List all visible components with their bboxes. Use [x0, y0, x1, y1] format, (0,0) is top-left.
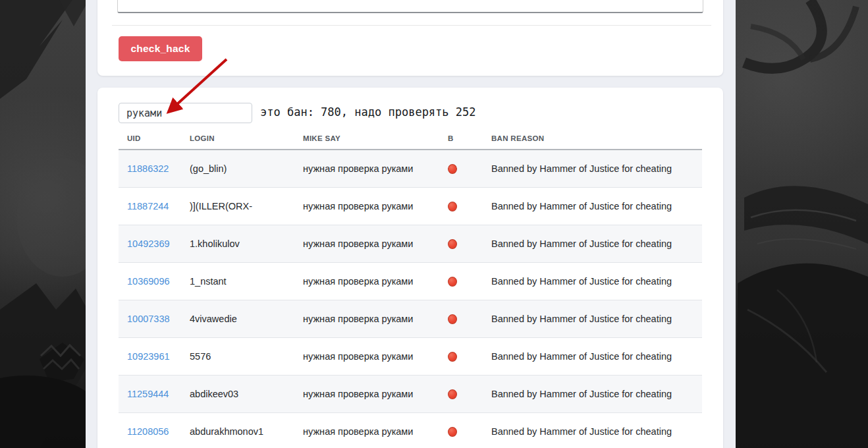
red-circle-icon: [448, 277, 457, 287]
table-row: 11887244 )](ILLER(ORX- нужная проверка р…: [119, 188, 702, 225]
results-panel: это бан: 780, надо проверять 252 UID LOG…: [97, 88, 723, 448]
uid-link[interactable]: 10369096: [127, 276, 170, 287]
table-row: 10369096 1_nstant нужная проверка руками…: [119, 263, 702, 300]
uid-link[interactable]: 11887244: [127, 201, 169, 211]
ban-reason-cell: Banned by Hammer of Justice for cheating: [483, 351, 702, 362]
red-circle-icon: [448, 427, 457, 437]
header-login: LOGIN: [181, 134, 294, 142]
header-ban-reason: BAN REASON: [483, 134, 702, 142]
check-hack-button[interactable]: check_hack: [119, 36, 202, 61]
table-header-row: UID LOGIN MIKE SAY B BAN REASON: [119, 127, 702, 150]
ban-reason-cell: Banned by Hammer of Justice for cheating: [483, 238, 702, 249]
header-b: B: [439, 134, 483, 142]
table-row: 10007338 4vivawedie нужная проверка рука…: [119, 300, 702, 338]
uid-link[interactable]: 11259444: [127, 389, 169, 399]
mike-say-cell: нужная проверка руками: [294, 163, 439, 174]
ban-table-body: 11886322 (go_blin) нужная проверка рукам…: [119, 150, 702, 448]
table-row: 11886322 (go_blin) нужная проверка рукам…: [119, 150, 702, 188]
red-circle-icon: [448, 314, 457, 324]
table-row: 11208056 abdurakhmonov1 нужная проверка …: [119, 413, 702, 448]
table-row: 10923961 5576 нужная проверка руками Ban…: [119, 338, 702, 376]
mike-say-cell: нужная проверка руками: [294, 351, 439, 362]
ban-reason-cell: Banned by Hammer of Justice for cheating: [483, 314, 702, 324]
hack-input-textarea[interactable]: [117, 0, 703, 13]
mike-say-cell: нужная проверка руками: [294, 201, 439, 211]
red-circle-icon: [448, 389, 457, 399]
login-cell: 4vivawedie: [181, 314, 294, 324]
login-cell: 1_nstant: [181, 276, 294, 287]
mike-say-cell: нужная проверка руками: [294, 389, 439, 399]
login-cell: abdurakhmonov1: [181, 426, 294, 437]
table-row: 10492369 1.kholikulov нужная проверка ру…: [119, 225, 702, 263]
uid-link[interactable]: 10923961: [127, 351, 170, 362]
ban-table: UID LOGIN MIKE SAY B BAN REASON 11886322…: [119, 127, 702, 448]
login-cell: 5576: [181, 351, 294, 362]
login-cell: 1.kholikulov: [181, 238, 294, 249]
mike-say-cell: нужная проверка руками: [294, 426, 439, 437]
table-row: 11259444 abdikeev03 нужная проверка рука…: [119, 376, 702, 413]
red-circle-icon: [448, 202, 457, 211]
ban-reason-cell: Banned by Hammer of Justice for cheating: [483, 201, 702, 211]
mike-say-cell: нужная проверка руками: [294, 238, 439, 249]
mike-say-cell: нужная проверка руками: [294, 314, 439, 324]
red-circle-icon: [448, 239, 457, 249]
login-cell: )](ILLER(ORX-: [181, 201, 294, 211]
login-cell: abdikeev03: [181, 389, 294, 399]
login-cell: (go_blin): [181, 163, 294, 174]
ban-reason-cell: Banned by Hammer of Justice for cheating: [483, 389, 702, 399]
ban-reason-cell: Banned by Hammer of Justice for cheating: [483, 276, 702, 287]
top-panel: check_hack: [97, 0, 723, 76]
mike-say-cell: нужная проверка руками: [294, 276, 439, 287]
header-uid: UID: [119, 134, 181, 142]
header-mike-say: MIKE SAY: [294, 134, 439, 142]
uid-link[interactable]: 11208056: [127, 426, 169, 437]
red-circle-icon: [448, 352, 457, 362]
ban-summary-text: это бан: 780, надо проверять 252: [260, 105, 476, 119]
ban-reason-cell: Banned by Hammer of Justice for cheating: [483, 163, 702, 174]
uid-link[interactable]: 10007338: [127, 314, 170, 324]
uid-link[interactable]: 11886322: [127, 163, 169, 174]
ban-reason-cell: Banned by Hammer of Justice for cheating: [483, 426, 702, 437]
uid-link[interactable]: 10492369: [127, 238, 170, 249]
red-circle-icon: [448, 164, 457, 174]
filter-input[interactable]: [119, 103, 252, 123]
panel-divider: [112, 25, 711, 26]
